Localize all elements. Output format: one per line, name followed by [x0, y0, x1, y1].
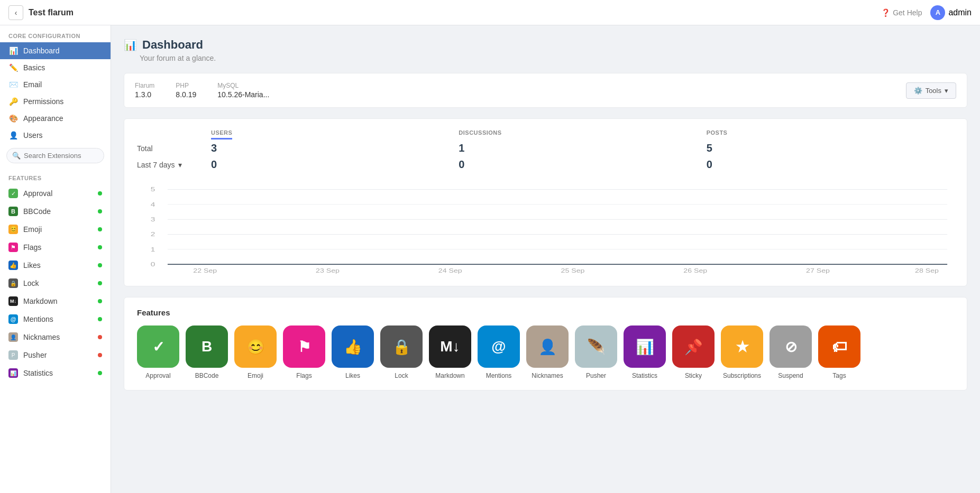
sidebar-item-label: Markdown — [23, 297, 58, 305]
likes-icon: 👍 — [8, 261, 18, 270]
feature-label-flags: Flags — [296, 372, 312, 379]
feature-label-mentions: Mentions — [486, 372, 512, 379]
user-menu[interactable]: A admin — [930, 5, 972, 20]
period-users-value: 0 — [211, 159, 459, 171]
feature-icon-likes: 👍 — [332, 325, 374, 368]
app-title: Test flarum — [29, 8, 74, 17]
period-discussions-value: 0 — [459, 159, 706, 171]
feature-icon-suspend: ⊘ — [770, 325, 812, 368]
sidebar-item-permissions[interactable]: 🔑 Permissions — [0, 93, 111, 110]
total-posts-value: 5 — [707, 142, 954, 154]
mentions-status-dot — [98, 317, 102, 321]
flarum-label: Flarum — [135, 82, 154, 89]
nicknames-icon: 👤 — [8, 332, 18, 342]
discussions-col-label: DISCUSSIONS — [459, 129, 706, 136]
sidebar-item-markdown[interactable]: M↓ Markdown — [0, 292, 111, 310]
users-icon: 👤 — [8, 131, 18, 139]
sidebar-item-flags[interactable]: ⚑ Flags — [0, 238, 111, 256]
back-button[interactable]: ‹ — [8, 5, 23, 20]
sidebar-item-label: Dashboard — [23, 46, 60, 55]
feature-item-pusher[interactable]: 🪶 Pusher — [575, 325, 617, 379]
svg-text:23 Sep: 23 Sep — [316, 268, 340, 274]
help-link[interactable]: ❓ Get Help — [881, 8, 922, 17]
sidebar-item-label: BBCode — [23, 207, 51, 216]
php-value: 8.0.19 — [176, 90, 196, 99]
approval-status-dot — [98, 191, 102, 196]
sidebar-item-label: Approval — [23, 189, 52, 198]
sidebar-item-mentions[interactable]: @ Mentions — [0, 310, 111, 328]
sidebar-item-appearance[interactable]: 🎨 Appearance — [0, 110, 111, 127]
sidebar-item-pusher[interactable]: P Pusher — [0, 346, 111, 364]
help-icon: ❓ — [881, 8, 890, 17]
feature-item-mentions[interactable]: @ Mentions — [478, 325, 520, 379]
feature-label-approval: Approval — [145, 372, 170, 379]
sidebar-item-label: Lock — [23, 279, 39, 287]
sidebar-item-lock[interactable]: 🔒 Lock — [0, 274, 111, 292]
svg-text:0: 0 — [151, 261, 155, 268]
features-label: FEATURES — [0, 168, 111, 184]
feature-item-sticky[interactable]: 📌 Sticky — [672, 325, 715, 379]
sidebar-item-label: Likes — [23, 261, 41, 269]
sidebar-item-likes[interactable]: 👍 Likes — [0, 256, 111, 274]
feature-item-flags[interactable]: ⚑ Flags — [283, 325, 325, 379]
help-label: Get Help — [893, 8, 922, 17]
tools-button[interactable]: ⚙️ Tools ▾ — [906, 82, 956, 99]
search-extensions-box: 🔍 — [6, 148, 104, 163]
user-avatar: A — [930, 5, 945, 20]
feature-item-lock[interactable]: 🔒 Lock — [380, 325, 423, 379]
emoji-icon: 😊 — [8, 225, 18, 234]
svg-text:4: 4 — [151, 201, 155, 208]
sidebar-item-bbcode[interactable]: B BBCode — [0, 202, 111, 220]
feature-icon-markdown: M↓ — [429, 325, 471, 368]
total-label: Total — [137, 144, 211, 153]
feature-item-suspend[interactable]: ⊘ Suspend — [770, 325, 812, 379]
sidebar-item-label: Pusher — [23, 351, 47, 359]
feature-item-likes[interactable]: 👍 Likes — [332, 325, 374, 379]
feature-item-subscriptions[interactable]: ★ Subscriptions — [721, 325, 763, 379]
feature-item-emoji[interactable]: 😊 Emoji — [234, 325, 277, 379]
features-title: Features — [137, 308, 954, 317]
sidebar-item-emoji[interactable]: 😊 Emoji — [0, 220, 111, 238]
top-nav: ‹ Test flarum ❓ Get Help A admin — [0, 0, 980, 25]
permissions-icon: 🔑 — [8, 97, 18, 106]
feature-item-statistics[interactable]: 📊 Statistics — [624, 325, 666, 379]
search-extensions-input[interactable] — [24, 152, 98, 160]
sidebar: CORE CONFIGURATION 📊 Dashboard ✏️ Basics… — [0, 25, 111, 493]
top-nav-right: ❓ Get Help A admin — [881, 5, 972, 20]
feature-item-nicknames[interactable]: 👤 Nicknames — [526, 325, 569, 379]
feature-item-bbcode[interactable]: B BBCode — [186, 325, 228, 379]
sidebar-item-basics[interactable]: ✏️ Basics — [0, 59, 111, 76]
sidebar-item-users[interactable]: 👤 Users — [0, 127, 111, 144]
sidebar-item-email[interactable]: ✉️ Email — [0, 76, 111, 93]
svg-text:22 Sep: 22 Sep — [193, 268, 217, 274]
user-name: admin — [948, 8, 972, 17]
posts-col-label: POSTS — [707, 129, 954, 136]
markdown-status-dot — [98, 299, 102, 303]
search-icon: 🔍 — [12, 152, 21, 160]
total-discussions-value: 1 — [459, 142, 706, 154]
stats-chart: 5 4 3 2 1 0 22 Sep 2 — [137, 185, 954, 275]
sidebar-item-approval[interactable]: ✓ Approval — [0, 184, 111, 202]
svg-text:1: 1 — [151, 246, 155, 253]
core-config-label: CORE CONFIGURATION — [0, 25, 111, 42]
sidebar-item-statistics[interactable]: 📊 Statistics — [0, 364, 111, 382]
tools-gear-icon: ⚙️ — [914, 87, 922, 95]
svg-text:24 Sep: 24 Sep — [438, 268, 462, 274]
feature-item-markdown[interactable]: M↓ Markdown — [429, 325, 471, 379]
feature-icon-pusher: 🪶 — [575, 325, 617, 368]
statistics-icon: 📊 — [8, 368, 18, 378]
emoji-status-dot — [98, 227, 102, 231]
sidebar-item-dashboard[interactable]: 📊 Dashboard — [0, 42, 111, 59]
feature-icon-mentions: @ — [478, 325, 520, 368]
feature-item-tags[interactable]: 🏷 Tags — [818, 325, 860, 379]
sidebar-item-nicknames[interactable]: 👤 Nicknames — [0, 328, 111, 346]
appearance-icon: 🎨 — [8, 114, 18, 123]
feature-icon-approval: ✓ — [137, 325, 179, 368]
feature-label-lock: Lock — [395, 372, 408, 379]
period-label[interactable]: Last 7 days ▾ — [137, 161, 211, 169]
sidebar-item-label: Nicknames — [23, 333, 60, 341]
feature-item-approval[interactable]: ✓ Approval — [137, 325, 179, 379]
info-bar: Flarum 1.3.0 PHP 8.0.19 MySQL 10.5.26-Ma… — [124, 73, 967, 108]
bbcode-status-dot — [98, 209, 102, 213]
php-label: PHP — [176, 82, 196, 89]
